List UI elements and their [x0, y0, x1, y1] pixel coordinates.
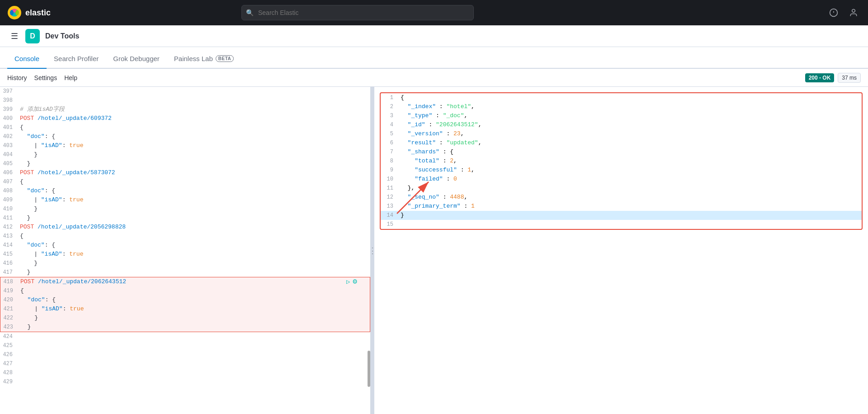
tab-console[interactable]: Console [7, 49, 47, 69]
line-content[interactable]: | "isAD": true [18, 195, 370, 205]
line-content[interactable]: } [18, 150, 370, 159]
tab-search-profiler[interactable]: Search Profiler [47, 49, 106, 69]
panel-resizer[interactable]: ⋮ [371, 87, 374, 414]
editor-line-423: 423 } [0, 323, 370, 332]
line-content[interactable]: "doc": { [18, 241, 370, 250]
line-content[interactable]: | "isAD": true [18, 250, 370, 259]
line-content[interactable]: POST /hotel/_update/5873072 [18, 168, 370, 177]
tab-grok-debugger[interactable]: Grok Debugger [106, 49, 167, 69]
editor-scrollbar[interactable] [368, 351, 370, 387]
line-content[interactable]: } [19, 323, 370, 332]
news-icon[interactable] [826, 5, 841, 20]
line-content[interactable]: } [18, 159, 370, 168]
editor-line-425: 425 [0, 341, 370, 350]
line-content[interactable]: "doc": { [18, 132, 370, 141]
line-content[interactable] [18, 377, 370, 386]
history-button[interactable]: History [7, 72, 27, 83]
response-line-8: 8 "total" : 2, [381, 157, 862, 166]
line-content[interactable] [18, 87, 370, 96]
code-editor[interactable]: 397398399# 添加isAD字段400POST /hotel/_updat… [0, 87, 370, 414]
line-content[interactable]: "doc": { [19, 295, 370, 305]
line-content[interactable]: { [18, 232, 370, 241]
resp-line-content[interactable]: "_seq_no" : 4488, [399, 193, 862, 202]
line-content[interactable] [18, 96, 370, 105]
resp-line-content[interactable]: "_shards" : { [399, 148, 862, 157]
resp-line-content[interactable]: "_id" : "2062643512", [399, 120, 862, 129]
resp-line-number: 12 [381, 193, 399, 202]
search-bar[interactable]: 🔍 [241, 5, 474, 20]
line-content[interactable]: } [18, 259, 370, 268]
line-content[interactable]: } [18, 205, 370, 214]
line-content[interactable]: } [18, 214, 370, 223]
line-content[interactable]: | "isAD": true [19, 305, 370, 314]
line-content[interactable]: # 添加isAD字段 [18, 105, 370, 114]
help-button[interactable]: Help [64, 72, 77, 83]
resp-line-content[interactable]: { [399, 93, 862, 102]
status-badge: 200 - OK [805, 73, 835, 82]
line-content[interactable]: POST /hotel/_update/609372 [18, 114, 370, 123]
editor-line-398: 398 [0, 96, 370, 105]
response-line-10: 10 "failed" : 0 [381, 175, 862, 184]
editor-panel[interactable]: 397398399# 添加isAD字段400POST /hotel/_updat… [0, 87, 371, 414]
resp-line-content[interactable]: "_type" : "_doc", [399, 111, 862, 120]
resp-line-content[interactable]: }, [399, 184, 862, 193]
resp-line-content[interactable]: "result" : "updated", [399, 138, 862, 148]
response-line-9: 9 "successful" : 1, [381, 166, 862, 175]
run-button[interactable]: ▷⚙ [346, 277, 357, 286]
resp-line-content[interactable]: "_primary_term" : 1 [399, 202, 862, 211]
editor-line-417: 417 } [0, 268, 370, 277]
svg-point-4 [15, 10, 19, 15]
line-number: 423 [0, 323, 19, 332]
editor-line-429: 429 [0, 377, 370, 386]
resp-line-number: 15 [381, 220, 399, 229]
line-content[interactable] [18, 350, 370, 359]
resp-line-content[interactable]: "total" : 2, [399, 157, 862, 166]
line-number: 422 [0, 314, 19, 323]
line-content[interactable]: "doc": { [18, 186, 370, 195]
line-content[interactable]: { [18, 123, 370, 132]
response-line-13: 13 "_primary_term" : 1 [381, 202, 862, 211]
line-number: 428 [0, 368, 18, 377]
elastic-text: elastic [25, 8, 51, 18]
resp-line-content[interactable]: "_index" : "hotel", [399, 102, 862, 111]
resp-line-number: 11 [381, 184, 399, 193]
line-number: 418 [0, 277, 19, 286]
editor-line-401: 401{ [0, 123, 370, 132]
tab-painless-lab[interactable]: Painless Lab BETA [167, 49, 241, 69]
line-content[interactable]: } [19, 314, 370, 323]
editor-line-428: 428 [0, 368, 370, 377]
resp-line-number: 13 [381, 202, 399, 211]
line-content[interactable]: POST /hotel/_update/2056298828 [18, 223, 370, 232]
response-code-area[interactable]: 1{2 "_index" : "hotel",3 "_type" : "_doc… [381, 93, 862, 229]
editor-line-409: 409 | "isAD": true [0, 195, 370, 205]
hamburger-button[interactable]: ☰ [7, 29, 22, 43]
line-number: 419 [0, 286, 19, 295]
line-content[interactable] [18, 359, 370, 368]
line-content[interactable] [18, 368, 370, 377]
nav-right [826, 5, 861, 20]
resp-line-content[interactable]: } [399, 211, 862, 220]
line-content[interactable]: POST /hotel/_update/2062643512 [19, 277, 370, 286]
line-content[interactable] [18, 341, 370, 350]
line-content[interactable] [18, 332, 370, 341]
resp-line-content[interactable]: "successful" : 1, [399, 166, 862, 175]
line-number: 401 [0, 123, 18, 132]
line-number: 413 [0, 232, 18, 241]
beta-badge: BETA [216, 55, 234, 62]
resp-line-content[interactable]: "_version" : 23, [399, 129, 862, 138]
editor-line-400: 400POST /hotel/_update/609372 [0, 114, 370, 123]
user-icon[interactable] [846, 5, 861, 20]
resp-line-content[interactable] [399, 220, 862, 229]
settings-button[interactable]: Settings [34, 72, 57, 83]
line-number: 415 [0, 250, 18, 259]
editor-line-403: 403 | "isAD": true [0, 141, 370, 150]
line-number: 397 [0, 87, 18, 96]
resp-line-content[interactable]: "failed" : 0 [399, 175, 862, 184]
line-content[interactable]: { [18, 177, 370, 186]
line-content[interactable]: { [19, 286, 370, 295]
editor-line-420: 420 "doc": { [0, 295, 370, 305]
line-content[interactable]: } [18, 268, 370, 277]
line-content[interactable]: | "isAD": true [18, 141, 370, 150]
search-input[interactable] [241, 5, 474, 20]
elastic-logo[interactable]: elastic [7, 5, 61, 20]
